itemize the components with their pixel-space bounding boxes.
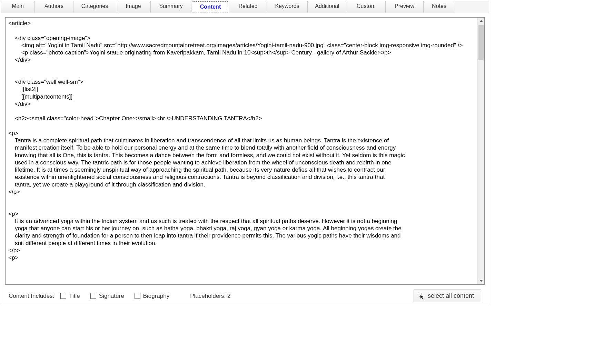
scroll-up-arrow-icon[interactable] bbox=[478, 18, 484, 24]
biography-checkbox-label: Biography bbox=[143, 293, 170, 300]
tab-image[interactable]: Image bbox=[116, 1, 151, 13]
tab-content[interactable]: Content bbox=[192, 1, 229, 12]
vertical-scrollbar[interactable] bbox=[477, 18, 484, 284]
signature-checkbox-label: Signature bbox=[99, 293, 124, 300]
tab-categories[interactable]: Categories bbox=[73, 1, 116, 13]
editor-window: Main Authors Categories Image Summary Co… bbox=[1, 1, 489, 306]
tab-preview[interactable]: Preview bbox=[386, 1, 424, 13]
tab-keywords[interactable]: Keywords bbox=[267, 1, 308, 13]
scroll-down-arrow-icon[interactable] bbox=[478, 277, 484, 284]
content-editor[interactable] bbox=[6, 18, 477, 284]
editor-wrap bbox=[5, 17, 485, 285]
scroll-thumb[interactable] bbox=[478, 25, 484, 60]
tab-related[interactable]: Related bbox=[229, 1, 267, 13]
tab-notes[interactable]: Notes bbox=[424, 1, 455, 13]
bottom-bar: Content Includes: Title Signature Biogra… bbox=[5, 285, 485, 306]
checkbox-icon bbox=[135, 293, 140, 299]
select-all-content-button[interactable]: select all content bbox=[414, 290, 481, 302]
biography-checkbox[interactable]: Biography bbox=[135, 293, 170, 300]
cursor-select-icon bbox=[419, 293, 424, 299]
tab-custom[interactable]: Custom bbox=[347, 1, 386, 13]
content-includes-label: Content Includes: bbox=[9, 293, 54, 300]
select-all-label: select all content bbox=[428, 292, 474, 300]
title-checkbox[interactable]: Title bbox=[60, 293, 80, 300]
tab-authors[interactable]: Authors bbox=[35, 1, 73, 13]
placeholders-count: Placeholders: 2 bbox=[190, 293, 230, 300]
checkbox-icon bbox=[90, 293, 96, 299]
tab-summary[interactable]: Summary bbox=[151, 1, 191, 13]
signature-checkbox[interactable]: Signature bbox=[90, 293, 124, 300]
tab-main[interactable]: Main bbox=[1, 1, 35, 13]
content-panel: Content Includes: Title Signature Biogra… bbox=[1, 13, 489, 306]
tab-additional[interactable]: Additional bbox=[308, 1, 347, 13]
title-checkbox-label: Title bbox=[69, 293, 80, 300]
checkbox-icon bbox=[60, 293, 66, 299]
tab-bar: Main Authors Categories Image Summary Co… bbox=[1, 1, 489, 13]
